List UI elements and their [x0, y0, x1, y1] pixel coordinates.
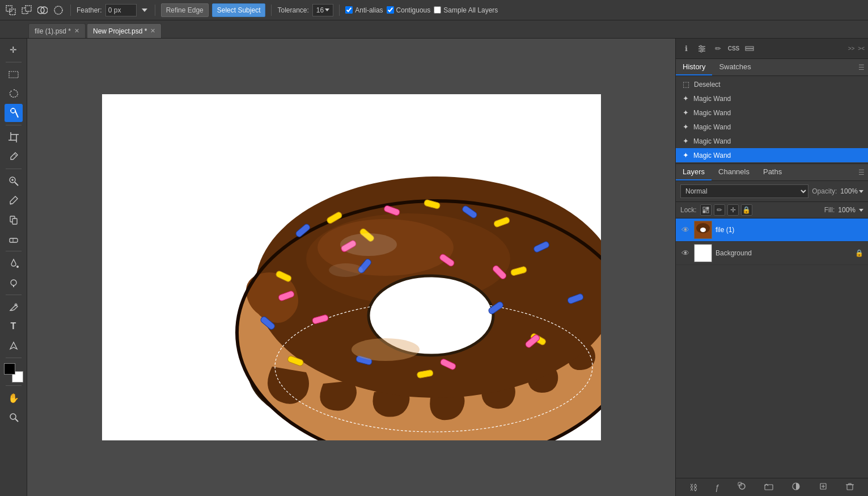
tool-eyedropper[interactable]	[5, 148, 23, 166]
selection-intersect-icon[interactable]	[36, 4, 49, 16]
foreground-color[interactable]	[4, 363, 15, 375]
feather-input[interactable]	[105, 4, 137, 16]
delete-layer-icon[interactable]	[845, 482, 854, 493]
history-item-1[interactable]: ✦ Magic Wand	[676, 91, 868, 106]
feather-dropdown-icon[interactable]	[140, 4, 149, 16]
anti-alias-label: Anti-alias	[355, 6, 383, 14]
svg-point-31	[10, 414, 16, 419]
history-item-deselect[interactable]: ⬚ Deselect	[676, 77, 868, 91]
tool-marquee[interactable]	[5, 65, 23, 83]
svg-rect-91	[765, 485, 773, 490]
tolerance-input[interactable]: 16	[312, 4, 333, 16]
fg-bg-colors[interactable]	[4, 363, 23, 382]
sample-all-checkbox[interactable]	[434, 6, 441, 14]
panel-info-icon[interactable]: ℹ	[679, 42, 693, 56]
magic-wand-icon-1: ✦	[683, 94, 689, 103]
lock-image-btn[interactable]: ✏	[714, 204, 725, 216]
tab-channels[interactable]: Channels	[712, 164, 756, 180]
layer-effects-icon[interactable]: ƒ	[715, 483, 719, 492]
opacity-control[interactable]: 100%	[840, 187, 863, 195]
sample-all-label: Sample All Layers	[443, 6, 498, 14]
svg-point-89	[739, 484, 745, 489]
tool-bucket[interactable]	[5, 254, 23, 272]
tab-new-project[interactable]: New Project.psd * ✕	[87, 23, 162, 38]
tool-lasso[interactable]	[5, 85, 23, 103]
layer-mask-icon[interactable]	[738, 482, 747, 493]
tab-file1-close[interactable]: ✕	[74, 27, 79, 35]
tool-zoom[interactable]	[5, 408, 23, 426]
history-tab-bar: History Swatches ☰	[676, 59, 868, 76]
tool-eraser[interactable]	[5, 230, 23, 248]
opacity-dropdown-icon[interactable]	[859, 190, 863, 193]
history-item-2[interactable]: ✦ Magic Wand	[676, 106, 868, 120]
select-subject-button[interactable]: Select Subject	[212, 3, 266, 17]
panel-expand-icon[interactable]: >>	[848, 45, 855, 52]
tool-sep-1	[6, 62, 22, 62]
contiguous-checkbox[interactable]	[387, 6, 394, 14]
fill-dropdown-icon[interactable]	[859, 209, 863, 212]
panel-collapse-icons[interactable]: >> ><	[848, 45, 865, 52]
tool-pen[interactable]	[5, 298, 23, 316]
tool-text[interactable]: T	[5, 317, 23, 335]
layer-name-2: Background	[715, 249, 852, 257]
layer-thumb-1	[694, 221, 712, 239]
link-layers-icon[interactable]: ⛓	[689, 483, 697, 492]
right-panel: ℹ ✏ CSS >> >< History Swatches	[675, 39, 868, 496]
lock-transparent-btn[interactable]	[700, 204, 712, 216]
history-item-3[interactable]: ✦ Magic Wand	[676, 120, 868, 134]
tool-brush[interactable]	[5, 191, 23, 209]
layer-thumb-2	[694, 244, 712, 262]
history-item-label-5: Magic Wand	[693, 152, 731, 159]
layers-menu-icon[interactable]: ☰	[858, 169, 865, 176]
lock-all-btn[interactable]: 🔒	[741, 204, 752, 216]
selection-subtract-icon[interactable]	[20, 4, 33, 16]
tool-move[interactable]: ✛	[5, 41, 23, 59]
layer-list: 👁 file (1) 👁	[676, 218, 868, 478]
selection-add-icon[interactable]	[5, 4, 17, 16]
tool-crop[interactable]	[5, 128, 23, 146]
tool-heal[interactable]	[5, 172, 23, 190]
layer-item-background[interactable]: 👁 Background 🔒	[676, 242, 868, 265]
tab-new-project-close[interactable]: ✕	[150, 27, 155, 35]
canvas-wrapper[interactable]	[102, 94, 601, 440]
svg-rect-84	[706, 211, 709, 213]
tool-dodge[interactable]	[5, 274, 23, 292]
layer-item-file1[interactable]: 👁 file (1)	[676, 218, 868, 242]
tab-history[interactable]: History	[676, 59, 712, 75]
panel-layers-icon[interactable]	[743, 42, 756, 56]
tab-new-project-label: New Project.psd *	[93, 27, 147, 35]
history-item-label-4: Magic Wand	[693, 137, 731, 145]
tab-file1[interactable]: file (1).psd * ✕	[28, 23, 86, 38]
panel-paint-icon[interactable]: ✏	[711, 42, 725, 56]
history-item-4[interactable]: ✦ Magic Wand	[676, 134, 868, 148]
tool-clone[interactable]	[5, 211, 23, 229]
svg-point-70	[340, 233, 397, 256]
tab-layers[interactable]: Layers	[676, 164, 712, 180]
anti-alias-checkbox[interactable]	[345, 6, 353, 14]
layer-visibility-1[interactable]: 👁	[680, 225, 691, 234]
tool-sep-3	[6, 169, 22, 169]
refine-edge-button[interactable]: Refine Edge	[161, 3, 209, 17]
history-item-5[interactable]: ✦ Magic Wand	[676, 148, 868, 162]
lock-position-btn[interactable]: ✛	[727, 204, 739, 216]
layer-visibility-2[interactable]: 👁	[680, 249, 691, 258]
tab-swatches[interactable]: Swatches	[712, 59, 757, 75]
history-menu-icon[interactable]: ☰	[858, 64, 865, 72]
svg-point-71	[329, 263, 363, 277]
fill-label: Fill:	[824, 206, 835, 214]
new-layer-icon[interactable]	[819, 482, 828, 493]
blend-mode-select[interactable]: Normal Dissolve Multiply Screen Overlay	[680, 184, 808, 198]
panel-adjust-icon[interactable]	[695, 42, 709, 56]
panel-css-icon[interactable]: CSS	[727, 42, 740, 56]
tool-path-select[interactable]	[5, 337, 23, 355]
svg-rect-96	[847, 485, 853, 490]
tool-hand[interactable]: ✋	[5, 389, 23, 407]
new-adjustment-icon[interactable]	[791, 482, 801, 493]
new-group-icon[interactable]	[764, 482, 773, 493]
history-panel: History Swatches ☰ ⬚ Deselect ✦ Magic Wa…	[676, 59, 868, 164]
tool-magic-wand[interactable]	[5, 104, 23, 122]
tab-paths[interactable]: Paths	[756, 164, 789, 180]
selection-new-icon[interactable]	[52, 4, 65, 16]
panel-collapse-icon[interactable]: ><	[858, 45, 865, 52]
canvas-area[interactable]	[27, 39, 675, 496]
